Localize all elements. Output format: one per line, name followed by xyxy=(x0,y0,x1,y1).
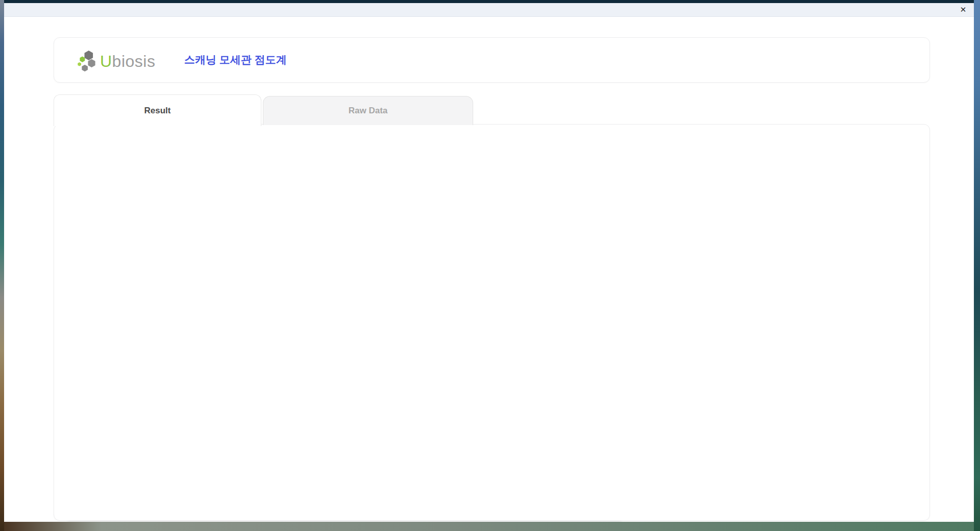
app-window: ✕ Ubiosis 스캐닝 모세관 점도계 Result Raw Data xyxy=(4,3,974,522)
tab-raw-data[interactable]: Raw Data xyxy=(263,96,473,125)
tab-result[interactable]: Result xyxy=(54,94,261,126)
desktop-edge-bottom xyxy=(4,522,974,531)
logo-hexagon-icon xyxy=(76,50,97,73)
screen: ✕ Ubiosis 스캐닝 모세관 점도계 Result Raw Data xyxy=(0,0,980,531)
close-icon: ✕ xyxy=(960,5,967,14)
close-button[interactable]: ✕ xyxy=(957,4,970,16)
desktop-edge-left xyxy=(0,0,4,531)
desktop-edge-right xyxy=(974,0,980,531)
main-content-card xyxy=(54,124,930,521)
app-subtitle: 스캐닝 모세관 점도계 xyxy=(184,53,287,67)
header-card: Ubiosis 스캐닝 모세관 점도계 xyxy=(54,37,930,83)
logo-text: Ubiosis xyxy=(100,52,155,71)
window-titlebar: ✕ xyxy=(4,3,974,17)
